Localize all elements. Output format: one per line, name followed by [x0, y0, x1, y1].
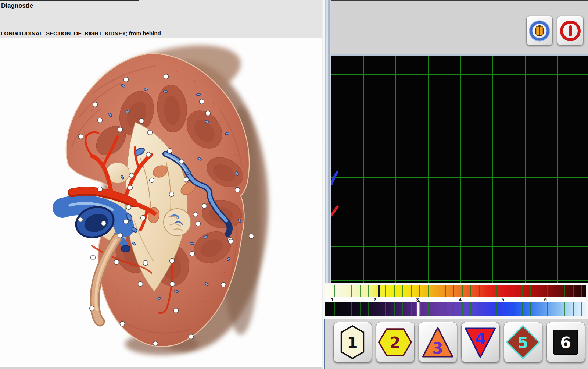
measurement-point[interactable]: [79, 134, 83, 139]
measurement-point[interactable]: [196, 221, 201, 226]
measurement-point[interactable]: [98, 187, 103, 192]
scale-tick: [360, 285, 361, 297]
measurement-point[interactable]: [190, 252, 195, 256]
measurement-point[interactable]: [189, 334, 194, 339]
severity-button-6[interactable]: 6: [546, 322, 585, 362]
chart-curves: [331, 56, 588, 283]
measurement-point[interactable]: [206, 111, 211, 116]
measurement-point[interactable]: [124, 77, 129, 82]
hexagon-tall-icon: 1: [336, 324, 369, 360]
severity-button-3[interactable]: 3: [419, 322, 457, 362]
measurement-point[interactable]: [126, 205, 131, 210]
measurement-point[interactable]: [98, 118, 103, 123]
measurement-point[interactable]: [202, 204, 207, 209]
scale-tick: [556, 285, 556, 297]
kidney-illustration: [0, 38, 322, 367]
severity-button-4[interactable]: 4: [461, 322, 500, 362]
scale-marker: [378, 285, 380, 297]
measurement-point[interactable]: [78, 217, 83, 222]
measurement-point[interactable]: [153, 341, 158, 346]
measurement-point[interactable]: [169, 192, 174, 197]
measurement-point[interactable]: [143, 261, 148, 266]
measurement-point[interactable]: [168, 149, 172, 153]
page-title: Diagnostic: [1, 2, 33, 10]
scale-tick: [573, 285, 574, 297]
scale-tick: [351, 285, 352, 297]
measurement-point[interactable]: [118, 127, 123, 132]
measurement-point[interactable]: [146, 152, 151, 157]
severity-button-1[interactable]: 1: [333, 322, 372, 362]
scale-tick: [326, 285, 326, 297]
measurement-point[interactable]: [179, 159, 184, 164]
scale-tick: [402, 285, 403, 297]
measurement-point[interactable]: [148, 130, 153, 135]
measurement-point[interactable]: [118, 233, 123, 238]
scale-tick: [479, 302, 480, 316]
scale-tick: [419, 302, 420, 316]
scale-tick: [385, 302, 386, 316]
scale-tick: [539, 302, 539, 316]
scale-tick: [556, 302, 556, 316]
triangle-up-icon: 3: [421, 324, 455, 360]
blue-curve-fragment: [331, 172, 337, 184]
scale-tick: [530, 285, 531, 297]
measurement-point[interactable]: [150, 178, 154, 183]
scale-tick: [522, 302, 523, 316]
measurement-point[interactable]: [174, 308, 179, 313]
scale-tick: [470, 302, 471, 316]
measurement-point[interactable]: [114, 260, 119, 265]
scale-pointer-caret: [417, 300, 420, 302]
scale-tick: [488, 285, 488, 297]
scale-tick: [530, 302, 531, 316]
measurement-point[interactable]: [170, 259, 175, 263]
measurement-point[interactable]: [200, 99, 204, 104]
measurement-point[interactable]: [221, 283, 226, 287]
svg-text:3: 3: [432, 339, 443, 357]
measurement-point[interactable]: [91, 255, 96, 260]
measurement-point[interactable]: [235, 188, 240, 192]
scale-tick: [564, 285, 565, 297]
severity-button-2[interactable]: 2: [376, 322, 415, 362]
severity-button-5[interactable]: 5: [504, 322, 542, 362]
measurement-point[interactable]: [101, 221, 106, 226]
scale-tick: [394, 285, 395, 297]
scale-tick: [377, 302, 377, 316]
scale-tick: [564, 302, 565, 316]
scale-tick: [326, 302, 326, 316]
scale-tick: [343, 285, 343, 297]
measurement-point[interactable]: [249, 234, 254, 239]
scale-tick: [437, 302, 437, 316]
measurement-point[interactable]: [164, 74, 169, 79]
scale-tick: [445, 285, 446, 297]
measurement-point[interactable]: [141, 216, 146, 220]
measurement-point[interactable]: [90, 306, 94, 311]
scale-tick: [437, 285, 437, 297]
organ-select-button[interactable]: [526, 16, 553, 45]
scale-tick: [411, 302, 412, 316]
scale-tick: [547, 302, 548, 316]
measurement-point[interactable]: [124, 219, 129, 224]
measurement-point[interactable]: [120, 322, 125, 326]
scale-tick: [428, 302, 429, 316]
measurement-point[interactable]: [193, 212, 198, 217]
scale-tick: [411, 285, 412, 297]
measurement-point[interactable]: [170, 282, 175, 287]
measurement-point[interactable]: [128, 185, 133, 190]
measurement-point[interactable]: [139, 119, 144, 124]
power-button[interactable]: [557, 16, 584, 45]
scale-tick: [522, 285, 523, 297]
image-caption: LONGITUDINAL SECTION OF RIGHT KIDNEY; fr…: [1, 30, 161, 37]
scale-tick: [547, 285, 548, 297]
measurement-point[interactable]: [93, 102, 98, 107]
measurement-point[interactable]: [229, 239, 233, 244]
scale-tick: [402, 302, 403, 316]
scale-tick: [488, 302, 488, 316]
spectrum-chart: [331, 54, 588, 283]
scale-tick: [385, 285, 386, 297]
svg-text:4: 4: [475, 330, 485, 348]
measurement-point[interactable]: [138, 282, 143, 287]
measurement-point[interactable]: [129, 173, 134, 178]
scale-label: 2: [373, 297, 376, 302]
left-header: Diagnostic LONGITUDINAL SECTION OF RIGHT…: [0, 0, 322, 39]
measurement-point[interactable]: [184, 177, 189, 182]
